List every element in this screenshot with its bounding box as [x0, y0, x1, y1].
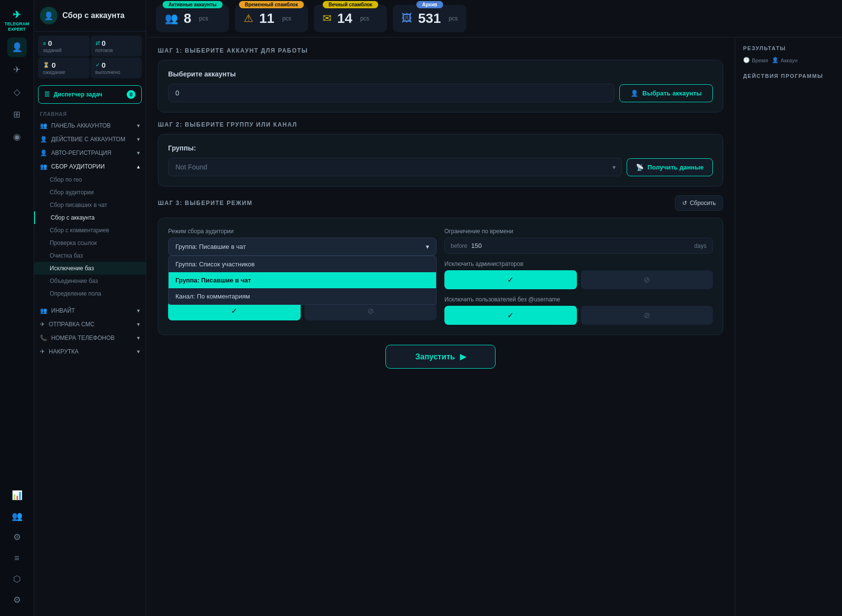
step1-card: Выберите аккаунты 👤 Выбрать аккаунты	[158, 60, 723, 112]
sidebar-icon-gear[interactable]: ⚙	[7, 590, 27, 610]
nav-panel: 👤 Сбор с аккаунта ≡0 заданий ⇄0 потоков …	[34, 0, 146, 616]
results-col-account: 👤 Аккаун	[772, 57, 798, 63]
mode-option-1[interactable]: Группа: Список участников	[169, 256, 436, 272]
results-cols: 🕐 Время 👤 Аккаун	[743, 57, 834, 63]
nav-title: Сбор с аккаунта	[62, 11, 125, 20]
stats-grid: ≡0 заданий ⇄0 потоков ⏳0 ожидание ✓0 вып…	[34, 32, 146, 82]
mode-dropdown-trigger[interactable]: Группа: Писавшие в чат ▾	[168, 238, 437, 256]
sidebar-icon-user[interactable]: 👤	[7, 37, 27, 57]
top-stats-bar: Активные аккаунты 👥 8 pcs Временный спам…	[146, 0, 842, 37]
archive-icon: 🖼	[402, 12, 412, 25]
nav-sub-exclude[interactable]: Исключение баз	[34, 262, 146, 275]
groups-label: Группы:	[168, 144, 713, 152]
accounts-input[interactable]	[168, 84, 614, 102]
time-prefix: before	[451, 243, 467, 249]
sidebar-icon-analytics[interactable]: 📊	[7, 485, 27, 505]
play-icon: ▶	[460, 352, 466, 361]
chevron-down-icon: ▾	[137, 335, 140, 341]
exclude-admin-off-button[interactable]: ⊘	[581, 270, 713, 289]
stat-waiting: ⏳0 ожидание	[38, 57, 90, 78]
nav-item-sms[interactable]: ✈ОТПРАВКА СМС ▾	[34, 317, 146, 331]
nav-item-accounts[interactable]: 👥ПАНЕЛЬ АККАУНТОВ ▾	[34, 119, 146, 132]
nav-item-phones[interactable]: 📞НОМЕРА ТЕЛЕФОНОВ ▾	[34, 331, 146, 345]
sidebar-icon-database[interactable]: ◉	[7, 127, 27, 147]
right-panel: РЕЗУЛЬТАТЫ 🕐 Время 👤 Аккаун ДЕЙСТВИЯ ПРО…	[735, 37, 842, 616]
step3-header: ШАГ 3: ВЫБЕРИТЕ РЕЖИМ ↺ Сбросить	[158, 195, 723, 211]
mode-label: Режим сбора аудитории	[168, 228, 437, 235]
chevron-down-icon: ▾	[137, 136, 140, 143]
sidebar-icon-share[interactable]: ⬡	[7, 569, 27, 589]
user-select-icon: 👤	[631, 90, 638, 97]
sidebar-icon-bookmark[interactable]: ◇	[7, 82, 27, 102]
groups-select[interactable]: Not Found	[168, 158, 622, 176]
step1-title: ШАГ 1: ВЫБЕРИТЕ АККАУНТ ДЛЯ РАБОТЫ	[158, 47, 723, 54]
nav-sub-gender[interactable]: Определение пола	[34, 287, 146, 300]
nav-item-invite[interactable]: 👥ИНВАЙТ ▾	[34, 304, 146, 317]
stat-tasks: ≡0 заданий	[38, 36, 90, 56]
stat-card-active: Активные аккаунты 👥 8 pcs	[156, 5, 229, 32]
dispatcher-button[interactable]: ☰ Диспетчер задач 0	[38, 85, 142, 104]
exclude-admin-label: Исключить администраторов	[444, 261, 713, 267]
exclude-admin-field: Исключить администраторов ✓ ⊘	[444, 261, 713, 289]
nav-sub-merge[interactable]: Объединение баз	[34, 275, 146, 287]
app-logo: ✈ TELEGRAM EXPERT	[0, 5, 34, 36]
nav-sub-clean[interactable]: Очистка баз	[34, 249, 146, 262]
nav-sub-comments[interactable]: Сбор с комментариев	[34, 224, 146, 237]
results-col-time: 🕐 Время	[743, 57, 768, 63]
stat-done: ✓0 выполнено	[91, 57, 142, 78]
wifi-icon: 📡	[636, 164, 644, 171]
mode-option-2[interactable]: Группа: Писавшие в чат	[169, 272, 436, 288]
step1-label: Выберите аккаунты	[168, 70, 713, 78]
exclude-username-on-button[interactable]: ✓	[444, 306, 577, 325]
results-title: РЕЗУЛЬТАТЫ	[743, 45, 834, 51]
nav-item-autoreg[interactable]: 👤АВТО-РЕГИСТРАЦИЯ ▾	[34, 146, 146, 160]
reset-button[interactable]: ↺ Сбросить	[675, 195, 723, 211]
main-content: ШАГ 1: ВЫБЕРИТЕ АККАУНТ ДЛЯ РАБОТЫ Выбер…	[146, 37, 842, 616]
dispatcher-icon: ☰	[44, 91, 50, 98]
exclude-username-field: Исключить пользователей без @username ✓ …	[444, 296, 713, 325]
get-data-button[interactable]: 📡 Получить данные	[627, 158, 713, 176]
nav-sub-chat[interactable]: Сбор писавших в чат	[34, 199, 146, 211]
step3-card: Режим сбора аудитории Группа: Писавшие в…	[158, 218, 723, 335]
sidebar-icon-grid[interactable]: ⊞	[7, 105, 27, 124]
chevron-down-icon: ▾	[137, 122, 140, 129]
sidebar-icon-send[interactable]: ✈	[7, 60, 27, 79]
sidebar-icon-users[interactable]: 👥	[7, 506, 27, 526]
nav-sub-links[interactable]: Проверка ссылок	[34, 237, 146, 249]
mode-left: Режим сбора аудитории Группа: Писавшие в…	[168, 228, 437, 325]
time-field: Ограничение по времени before days	[444, 228, 713, 254]
dispatcher-badge: 0	[127, 90, 135, 99]
step2-card: Группы: Not Found 📡 Получить данные	[158, 134, 723, 187]
groups-select-wrap: Not Found	[168, 158, 622, 176]
reset-icon: ↺	[682, 200, 687, 206]
time-input-wrap: before days	[444, 238, 713, 254]
launch-btn-wrap: Запустить ▶	[158, 345, 723, 369]
active-accounts-icon: 👥	[165, 12, 178, 25]
actions-title: ДЕЙСТВИЯ ПРОГРАММЫ	[743, 73, 834, 79]
main-area: Активные аккаунты 👥 8 pcs Временный спам…	[146, 0, 842, 616]
mode-dropdown: Группа: Писавшие в чат ▾ Группа: Список …	[168, 238, 437, 256]
nav-sub-geo[interactable]: Сбор по гео	[34, 173, 146, 186]
stat-card-tempban: Временный спамблок ⚠ 11 pcs	[235, 5, 308, 32]
nav-item-boost[interactable]: ✈НАКРУТКА ▾	[34, 345, 146, 358]
nav-item-audience[interactable]: 👥СБОР АУДИТОРИИ ▴	[34, 160, 146, 173]
sidebar: ✈ TELEGRAM EXPERT 👤 ✈ ◇ ⊞ ◉ 📊 👥 ⚙ ≡ ⬡ ⚙	[0, 0, 34, 616]
archive-badge: Архив	[416, 1, 443, 8]
select-accounts-button[interactable]: 👤 Выбрать аккаунты	[619, 84, 713, 102]
nav-section-main: ГЛАВНАЯ	[34, 107, 146, 119]
sidebar-icon-settings2[interactable]: ⚙	[7, 527, 27, 547]
time-value-input[interactable]	[471, 242, 694, 249]
chevron-down-icon: ▾	[137, 149, 140, 156]
exclude-username-off-button[interactable]: ⊘	[581, 306, 713, 325]
sidebar-icon-list[interactable]: ≡	[7, 548, 27, 568]
nav-item-action[interactable]: 👤ДЕЙСТВИЕ С АККАУНТОМ ▾	[34, 132, 146, 146]
time-suffix: days	[694, 243, 707, 249]
launch-button[interactable]: Запустить ▶	[385, 345, 495, 369]
exclude-admin-on-button[interactable]: ✓	[444, 270, 577, 289]
main-left-panel: ШАГ 1: ВЫБЕРИТЕ АККАУНТ ДЛЯ РАБОТЫ Выбер…	[146, 37, 735, 616]
tempban-badge: Временный спамблок	[239, 1, 304, 8]
mode-option-3[interactable]: Канал: По комментариям	[169, 288, 436, 304]
chevron-up-icon: ▴	[137, 163, 140, 170]
nav-sub-audience[interactable]: Сбор аудитории	[34, 186, 146, 199]
nav-sub-account[interactable]: Сбор с аккаунта	[34, 211, 146, 224]
